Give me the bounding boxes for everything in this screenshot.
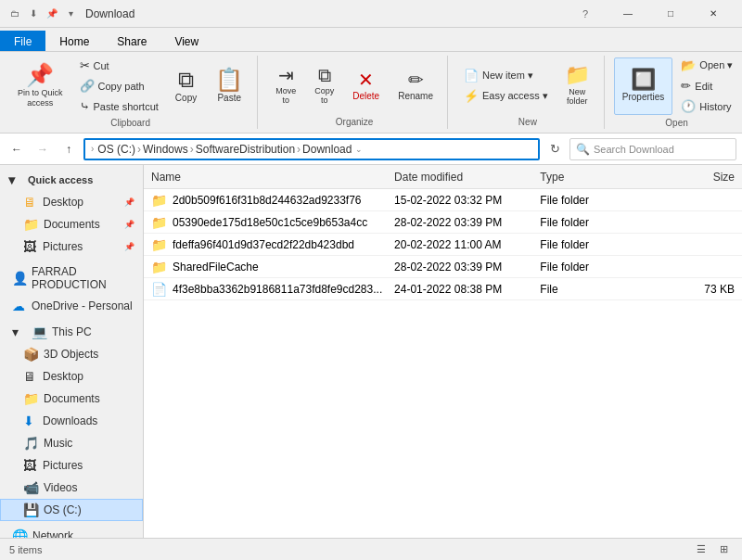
history-button[interactable]: 🕐 History <box>674 96 739 116</box>
up-button[interactable]: ↑ <box>58 138 80 160</box>
table-row[interactable]: 📁 fdeffa96f401d9d37ecd2f22db423dbd 20-02… <box>144 234 742 256</box>
cut-button[interactable]: ✂ Cut <box>73 56 165 75</box>
paste-label: Paste <box>217 93 241 103</box>
pictures-pc-icon: 🖼 <box>23 458 38 473</box>
minimize-button[interactable]: — <box>607 0 649 28</box>
onedrive-icon: ☁ <box>12 299 27 313</box>
dropdown-icon: ▾ <box>63 6 78 21</box>
properties-button[interactable]: 🔲 Properties <box>614 57 673 115</box>
address-path[interactable]: › OS (C:) › Windows › SoftwareDistributi… <box>83 138 540 160</box>
col-header-type[interactable]: Type <box>540 171 657 184</box>
file-name: 05390ede175d18e50c1c5ce9b653a4cc <box>173 216 367 229</box>
new-folder-button[interactable]: 📁 Newfolder <box>556 57 598 114</box>
search-box[interactable]: 🔍 Search Download <box>569 138 736 160</box>
delete-icon: ✕ <box>358 70 374 89</box>
path-segment-os[interactable]: OS (C:) <box>97 143 135 156</box>
file-type: File folder <box>540 261 657 274</box>
table-row[interactable]: 📁 SharedFileCache 28-02-2022 03:39 PM Fi… <box>144 256 742 278</box>
new-item-button[interactable]: 📄 New item ▾ <box>457 66 555 85</box>
history-label: History <box>699 101 731 112</box>
sidebar-item-network[interactable]: 🌐 Network <box>0 525 143 538</box>
music-label: Music <box>44 437 72 450</box>
tab-share[interactable]: Share <box>103 31 160 51</box>
maximize-button[interactable]: □ <box>649 0 692 28</box>
paste-shortcut-button[interactable]: ⤷ Paste shortcut <box>73 96 165 116</box>
delete-button[interactable]: ✕ Delete <box>344 57 388 114</box>
path-segment-download[interactable]: Download <box>302 143 352 156</box>
details-view-button[interactable]: ⊞ <box>714 541 733 559</box>
table-row[interactable]: 📁 2d0b509f616f31b8d244632ad9233f76 15-02… <box>144 189 742 211</box>
col-header-name[interactable]: Name <box>151 171 394 184</box>
this-pc-icon: 💻 <box>32 325 47 339</box>
videos-icon: 📹 <box>23 480 39 495</box>
sidebar-item-pictures-pc[interactable]: 🖼 Pictures <box>0 454 143 477</box>
path-segment-softwaredist[interactable]: SoftwareDistribution <box>196 143 295 156</box>
file-name: fdeffa96f401d9d37ecd2f22db423dbd <box>173 238 354 251</box>
copy-path-button[interactable]: 🔗 Copy path <box>73 76 165 95</box>
refresh-button[interactable]: ↻ <box>544 138 566 160</box>
pin-icon-docs: 📌 <box>124 220 134 229</box>
sidebar-item-pictures-qa[interactable]: 🖼 Pictures 📌 <box>0 235 143 258</box>
path-segment-windows[interactable]: Windows <box>143 143 188 156</box>
open-label: Open <box>614 116 740 128</box>
sidebar-item-quick-access[interactable]: ▾ Quick access <box>0 169 143 191</box>
sidebar-item-os-c[interactable]: 💾 OS (C:) <box>0 499 143 521</box>
cut-icon: ✂ <box>80 58 90 72</box>
sidebar-item-music[interactable]: 🎵 Music <box>0 432 143 454</box>
list-view-button[interactable]: ☰ <box>692 541 710 559</box>
quick-access-icon: ⬇ <box>26 6 41 21</box>
help-button[interactable]: ? <box>564 0 607 28</box>
file-type: File folder <box>540 216 657 229</box>
paste-button[interactable]: 📋 Paste <box>207 57 251 115</box>
sidebar-item-desktop-pc[interactable]: 🖥 Desktop <box>0 365 143 388</box>
sidebar-item-downloads[interactable]: ⬇ Downloads <box>0 410 143 432</box>
clipboard-label: Clipboard <box>9 116 251 128</box>
move-icon: ⇥ <box>278 66 294 84</box>
address-bar: ← → ↑ › OS (C:) › Windows › SoftwareDist… <box>0 134 742 165</box>
sidebar-item-onedrive[interactable]: ☁ OneDrive - Personal <box>0 295 143 317</box>
sidebar-item-documents-pc[interactable]: 📁 Documents <box>0 388 143 410</box>
open-content: 🔲 Properties 📂 Open ▾ ✏ Edit 🕐 History <box>614 56 740 116</box>
path-sep-1: › <box>137 143 141 156</box>
delete-label: Delete <box>352 91 379 101</box>
tab-home[interactable]: Home <box>45 31 103 51</box>
col-header-date[interactable]: Date modified <box>394 171 540 184</box>
pictures-qa-icon: 🖼 <box>23 239 38 254</box>
quick-access-chevron: ▾ <box>8 172 23 187</box>
sidebar-item-videos[interactable]: 📹 Videos <box>0 477 143 499</box>
rename-icon: ✏ <box>408 70 424 89</box>
network-icon: 🌐 <box>12 528 28 538</box>
easy-access-button[interactable]: ⚡ Easy access ▾ <box>457 86 555 106</box>
back-button[interactable]: ← <box>6 138 28 160</box>
open-button[interactable]: 📂 Open ▾ <box>674 56 739 75</box>
documents-qa-label: Documents <box>44 218 100 231</box>
organize-label: Organize <box>267 115 441 127</box>
clipboard-content: 📌 Pin to Quickaccess ✂ Cut 🔗 Copy path ⤷… <box>9 56 251 116</box>
desktop-qa-label: Desktop <box>43 196 83 209</box>
new-folder-label: Newfolder <box>567 87 588 106</box>
new-items-col: 📄 New item ▾ ⚡ Easy access ▾ <box>457 66 555 106</box>
edit-icon: ✏ <box>681 79 691 93</box>
sidebar-item-this-pc[interactable]: ▾ 💻 This PC <box>0 321 143 343</box>
tab-file[interactable]: File <box>0 31 45 51</box>
copy-to-button[interactable]: ⧉ Copyto <box>306 57 342 114</box>
move-to-button[interactable]: ⇥ Moveto <box>267 57 304 114</box>
ribbon: 📌 Pin to Quickaccess ✂ Cut 🔗 Copy path ⤷… <box>0 52 742 134</box>
sidebar-item-farrad[interactable]: 👤 FARRAD PRODUCTION <box>0 261 143 295</box>
copy-button[interactable]: ⧉ Copy <box>167 57 205 115</box>
ribbon-tabs: File Home Share View <box>0 28 742 52</box>
view-controls: ☰ ⊞ <box>692 541 733 559</box>
tab-view[interactable]: View <box>160 31 212 51</box>
sidebar-item-documents-qa[interactable]: 📁 Documents 📌 <box>0 213 143 235</box>
edit-button[interactable]: ✏ Edit <box>674 76 739 95</box>
rename-button[interactable]: ✏ Rename <box>390 57 441 114</box>
address-chevron-icon: ⌄ <box>355 145 363 154</box>
close-button[interactable]: ✕ <box>692 0 735 28</box>
table-row[interactable]: 📁 05390ede175d18e50c1c5ce9b653a4cc 28-02… <box>144 211 742 234</box>
sidebar-item-desktop-qa[interactable]: 🖥 Desktop 📌 <box>0 191 143 213</box>
col-header-size[interactable]: Size <box>657 171 735 184</box>
forward-button[interactable]: → <box>32 138 54 160</box>
sidebar-item-3d-objects[interactable]: 📦 3D Objects <box>0 343 143 365</box>
table-row[interactable]: 📄 4f3e8bba3362b9186811a73fd8fe9cd283... … <box>144 278 742 300</box>
pin-to-quick-access-button[interactable]: 📌 Pin to Quickaccess <box>9 57 71 115</box>
